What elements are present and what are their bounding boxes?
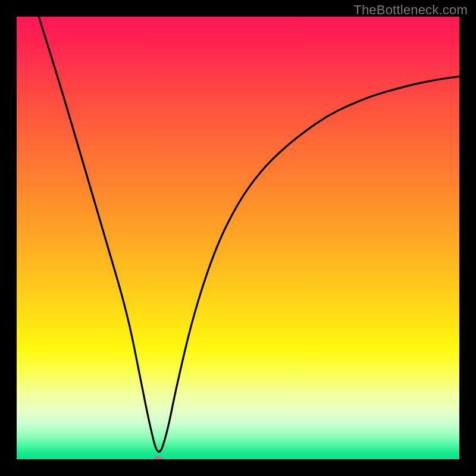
optimum-marker <box>154 456 162 459</box>
bottleneck-curve <box>17 17 459 459</box>
plot-area <box>17 17 459 459</box>
watermark-text: TheBottleneck.com <box>353 2 468 18</box>
